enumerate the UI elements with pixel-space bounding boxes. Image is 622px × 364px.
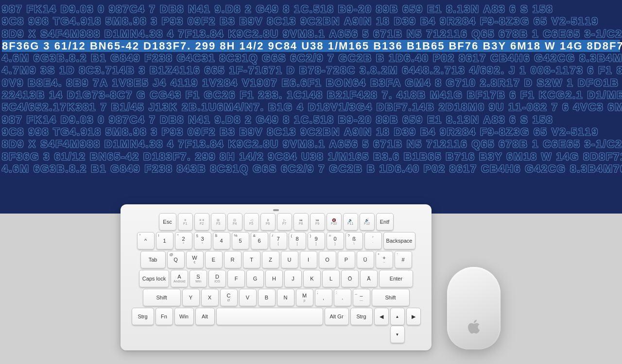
key-sub-label-f11: F11 <box>347 222 353 225</box>
key-dash[interactable]: _–— <box>353 289 370 306</box>
key-fn-key[interactable]: Fn <box>156 308 173 325</box>
key-enter[interactable]: Enter <box>379 270 413 287</box>
key-h[interactable]: H <box>265 270 283 287</box>
key-main-label-enter: Enter <box>390 276 402 281</box>
key-main-label-plus: + <box>382 255 385 261</box>
key-1[interactable]: !1 <box>156 232 173 249</box>
key-icon-f3: ⊞ <box>217 218 220 222</box>
key-strg-l[interactable]: Strg <box>132 308 154 325</box>
key-a[interactable]: AAndroid <box>171 270 188 287</box>
key-shift-r[interactable]: Shift <box>372 289 410 306</box>
key-main-label-circ: ^ <box>144 238 147 244</box>
keyboard-row-row-fn: Esc☀F1☀☀F2⊞F3⊟F4◁F5⏸F6▷F7⏮F8⏭F9🔇F10🔉F11🔊… <box>126 213 426 231</box>
key-oe[interactable]: Ö <box>341 270 359 287</box>
key-main-label-comma: , <box>323 295 324 300</box>
key-dot[interactable]: :. <box>334 289 351 306</box>
key-0[interactable]: =0} <box>327 232 344 249</box>
key-z[interactable]: Z <box>262 251 279 268</box>
key-f1[interactable]: ☀F1 <box>178 213 193 231</box>
mouse <box>447 267 501 349</box>
key-strg-r[interactable]: Strg <box>350 308 373 325</box>
key-space[interactable] <box>216 308 323 325</box>
key-9[interactable]: )9] <box>308 232 325 249</box>
key-f8[interactable]: ⏮F8 <box>294 213 309 231</box>
key-f5[interactable]: ◁F5 <box>244 213 259 231</box>
key-acute[interactable]: ´` <box>364 232 382 249</box>
key-f6[interactable]: ⏸F6 <box>260 213 276 231</box>
key-l[interactable]: L <box>322 270 340 287</box>
key-comma[interactable]: ;, <box>315 289 332 306</box>
key-alt-key[interactable]: Alt <box>195 308 215 325</box>
key-tab[interactable]: Tab <box>140 251 166 268</box>
key-altgr[interactable]: Alt Gr <box>325 308 349 325</box>
key-arrow-up[interactable]: ▲ <box>390 308 405 325</box>
key-ue[interactable]: Ü <box>357 251 374 268</box>
key-2[interactable]: "2² <box>175 232 192 249</box>
key-3[interactable]: §3³ <box>194 232 211 249</box>
key-m[interactable]: Mµ <box>296 289 313 306</box>
key-f9[interactable]: ⏭F9 <box>310 213 325 231</box>
key-8[interactable]: (8[ <box>289 232 306 249</box>
key-x[interactable]: X <box>201 289 219 306</box>
key-5[interactable]: %5 <box>232 232 249 249</box>
key-k[interactable]: K <box>303 270 321 287</box>
key-q[interactable]: @Q <box>167 251 185 268</box>
key-i[interactable]: I <box>300 251 317 268</box>
key-hash[interactable]: '# <box>395 251 412 268</box>
key-f[interactable]: F <box>227 270 245 287</box>
key-e[interactable]: E <box>205 251 223 268</box>
key-j[interactable]: J <box>284 270 302 287</box>
key-entf[interactable]: Entf <box>376 213 394 231</box>
key-f11[interactable]: 🔉F11 <box>343 213 358 231</box>
key-circ[interactable]: °^ <box>137 232 155 249</box>
key-u[interactable]: U <box>281 251 298 268</box>
key-r[interactable]: R <box>224 251 242 268</box>
key-esc[interactable]: Esc <box>159 213 176 231</box>
key-b[interactable]: B <box>258 289 276 306</box>
key-f4[interactable]: ⊟F4 <box>227 213 242 231</box>
key-f10[interactable]: 🔇F10 <box>327 213 342 231</box>
key-s[interactable]: SWin <box>190 270 207 287</box>
key-main-label-fn-key: Fn <box>161 314 167 319</box>
key-main-label-7: 7 <box>276 236 279 242</box>
key-n[interactable]: N <box>277 289 294 306</box>
key-d[interactable]: DiOS <box>208 270 226 287</box>
key-t[interactable]: T <box>243 251 260 268</box>
key-w[interactable]: W€ <box>186 251 204 268</box>
key-sz[interactable]: ?ß\ <box>346 232 363 249</box>
key-arrow-down[interactable]: ▼ <box>390 326 405 343</box>
key-f3[interactable]: ⊞F3 <box>211 213 226 231</box>
key-f12[interactable]: 🔊F12 <box>360 213 375 231</box>
key-c[interactable]: CØ <box>220 289 238 306</box>
key-shift-l[interactable]: Shift <box>143 289 181 306</box>
key-sub-label-8: [ <box>297 242 298 245</box>
bg-text-line-4: 4.6M 6G3B.8.2 B1 G849 F238 G4C31 8C31Q G… <box>2 52 620 64</box>
key-backspace[interactable]: Backspace <box>383 232 415 249</box>
key-f2[interactable]: ☀☀F2 <box>194 213 209 231</box>
key-o[interactable]: O <box>319 251 336 268</box>
key-main-label-arr-left: ◀ <box>380 314 383 319</box>
key-main-label-g: G <box>253 276 258 281</box>
key-ae[interactable]: Ä <box>360 270 378 287</box>
key-main-label-esc: Esc <box>163 219 172 225</box>
key-icon-f8: ⏮ <box>299 218 303 222</box>
key-7[interactable]: /7{ <box>270 232 287 249</box>
key-main-label-x: X <box>208 295 211 300</box>
key-arr-left[interactable]: ◀ <box>374 308 389 325</box>
key-6[interactable]: &6 <box>251 232 268 249</box>
key-g[interactable]: G <box>246 270 264 287</box>
key-plus[interactable]: *+~ <box>376 251 393 268</box>
key-main-label-a: A <box>177 274 181 280</box>
key-icon-f6: ⏸ <box>266 218 270 222</box>
key-win-key[interactable]: Win <box>174 308 194 325</box>
key-p[interactable]: P <box>338 251 355 268</box>
bg-text-line-2: 8D9 X S4F4M988 D1MN4.38 4 7F13.84 K9C2.8… <box>2 28 620 40</box>
key-f7[interactable]: ▷F7 <box>277 213 292 231</box>
key-v[interactable]: V <box>239 289 257 306</box>
key-caps[interactable]: Caps lock <box>139 270 169 287</box>
key-arr-right[interactable]: ▶ <box>406 308 421 325</box>
key-4[interactable]: $4 <box>213 232 230 249</box>
key-icon-f9: ⏭ <box>316 218 319 222</box>
key-y[interactable]: Y <box>182 289 200 306</box>
key-icon-f12: 🔊 <box>365 218 369 222</box>
